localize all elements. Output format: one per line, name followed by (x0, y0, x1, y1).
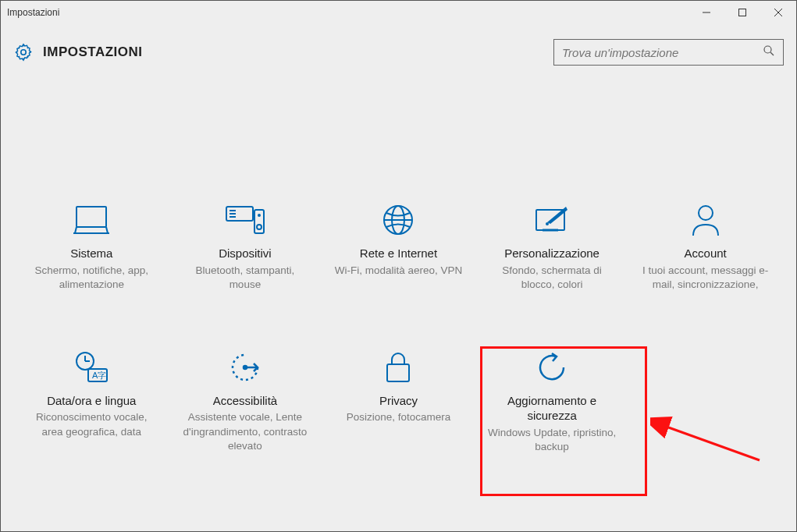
tile-update-security[interactable]: Aggiornamento e sicurezza Windows Update… (478, 343, 626, 466)
tile-accounts[interactable]: Account I tuoi account, messaggi e-mail,… (632, 196, 780, 304)
svg-line-10 (106, 227, 108, 233)
tile-desc: Sfondo, schermata di blocco, colori (482, 264, 621, 292)
tile-desc: I tuoi account, messaggi e-mail, sincron… (636, 264, 775, 292)
personalization-icon (482, 202, 621, 238)
tile-desc: Bluetooth, stampanti, mouse (176, 264, 315, 292)
tile-desc: Wi-Fi, modalità aereo, VPN (329, 264, 468, 278)
svg-rect-32 (387, 364, 409, 381)
svg-rect-7 (76, 207, 106, 227)
header: IMPOSTAZIONI (1, 24, 796, 71)
window-controls (688, 1, 796, 24)
tile-title: Privacy (329, 393, 468, 409)
update-security-icon (482, 349, 621, 385)
search-input[interactable] (562, 46, 763, 59)
tile-privacy[interactable]: Privacy Posizione, fotocamera (324, 343, 472, 466)
titlebar: Impostazioni (1, 1, 796, 24)
tile-system[interactable]: Sistema Schermo, notifiche, app, aliment… (17, 196, 165, 304)
svg-point-16 (257, 225, 262, 229)
devices-icon (176, 202, 315, 238)
search-box[interactable] (553, 39, 784, 66)
maximize-button[interactable] (724, 1, 760, 24)
content: Sistema Schermo, notifiche, app, aliment… (1, 71, 796, 466)
tile-title: Rete e Internet (329, 246, 468, 261)
svg-point-5 (764, 46, 771, 53)
close-button[interactable] (760, 1, 796, 24)
tile-personalization[interactable]: Personalizzazione Sfondo, schermata di b… (478, 196, 626, 304)
svg-line-6 (770, 52, 774, 55)
tile-desc: Assistente vocale, Lente d'ingrandimento… (176, 410, 315, 453)
tile-desc: Schermo, notifiche, app, alimentazione (22, 264, 161, 292)
tile-desc: Windows Update, ripristino, backup (482, 426, 621, 454)
tile-desc: Posizione, fotocamera (329, 410, 468, 424)
svg-point-31 (244, 366, 247, 369)
tile-devices[interactable]: Dispositivi Bluetooth, stampanti, mouse (171, 196, 319, 304)
tile-network[interactable]: Rete e Internet Wi-Fi, modalità aereo, V… (324, 196, 472, 304)
svg-point-17 (258, 215, 260, 216)
tile-time-language[interactable]: A字 Data/ora e lingua Riconoscimento voca… (17, 343, 165, 466)
tile-grid: Sistema Schermo, notifiche, app, aliment… (16, 196, 781, 466)
tile-title: Data/ora e lingua (22, 393, 161, 409)
time-language-icon: A字 (22, 349, 161, 385)
gear-icon (13, 42, 34, 62)
system-icon (22, 202, 161, 238)
tile-title: Sistema (22, 246, 161, 261)
minimize-button[interactable] (688, 1, 724, 24)
network-icon (329, 202, 468, 238)
svg-point-4 (21, 50, 26, 55)
tile-title: Aggiornamento e sicurezza (482, 393, 621, 424)
svg-rect-1 (739, 9, 746, 16)
account-icon (636, 202, 775, 238)
accessibility-icon (176, 349, 315, 385)
svg-point-24 (699, 206, 713, 220)
tile-title: Accessibilità (176, 393, 315, 409)
svg-line-9 (75, 227, 76, 233)
tile-desc: Riconoscimento vocale, area geografica, … (22, 410, 161, 438)
tile-title: Account (636, 246, 775, 261)
tile-title: Personalizzazione (482, 246, 621, 261)
search-icon (763, 44, 775, 60)
window-title: Impostazioni (7, 7, 688, 18)
svg-point-23 (546, 222, 549, 225)
tile-accessibility[interactable]: Accessibilità Assistente vocale, Lente d… (171, 343, 319, 466)
tile-title: Dispositivi (176, 246, 315, 261)
page-title: IMPOSTAZIONI (43, 44, 143, 60)
svg-text:A字: A字 (92, 371, 106, 380)
privacy-icon (329, 349, 468, 385)
